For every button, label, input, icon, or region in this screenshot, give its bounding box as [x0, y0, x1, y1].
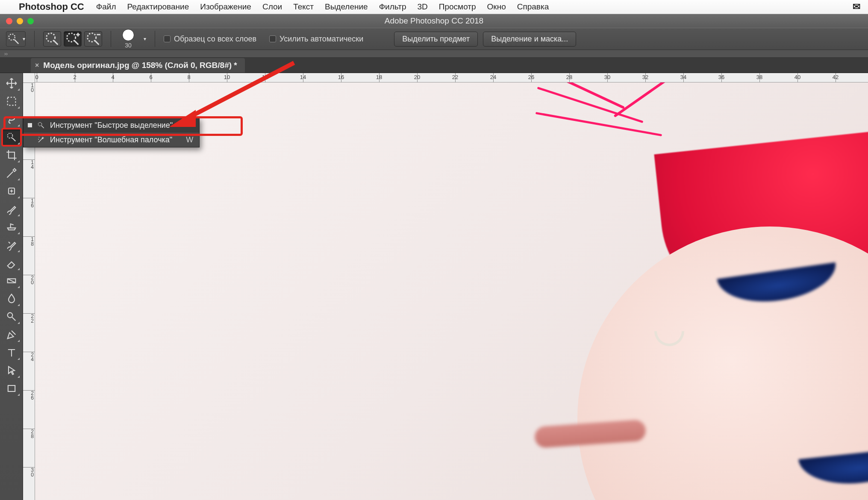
ruler-label: 2 [73, 74, 76, 80]
lasso-tool[interactable] [2, 111, 21, 128]
menu-help[interactable]: Справка [517, 2, 549, 12]
document-tab[interactable]: × Модель оригинал.jpg @ 158% (Слой 0, RG… [31, 58, 245, 73]
ruler-label: 4 [111, 74, 114, 80]
ruler-label: 12 [262, 74, 268, 80]
ruler-label: 38 [756, 74, 762, 80]
ruler-label: 20 [414, 74, 420, 80]
panel-collapse-toggle[interactable]: ›› [0, 50, 868, 58]
flyout-item-label: Инструмент "Быстрое выделение" [50, 121, 173, 130]
chevron-down-icon[interactable]: ▾ [144, 36, 146, 42]
macos-menubar: Photoshop CC Файл Редактирование Изображ… [0, 0, 868, 14]
ruler-label: 8 [187, 74, 190, 80]
ruler-label: 22 [31, 314, 34, 324]
menu-view[interactable]: Просмотр [439, 2, 476, 12]
ruler-label: 16 [338, 74, 344, 80]
ruler-label: 14 [300, 74, 306, 80]
healing-brush-tool[interactable] [2, 182, 21, 200]
flyout-item-magic-wand[interactable]: Инструмент "Волшебная палочка" W [24, 132, 199, 147]
menu-select[interactable]: Выделение [325, 2, 368, 12]
svg-rect-9 [8, 385, 15, 391]
menu-3d[interactable]: 3D [417, 2, 427, 12]
chevron-down-icon: ▾ [23, 36, 25, 42]
brush-preset-picker[interactable]: 30 [122, 29, 134, 49]
tool-flyout-menu: Инструмент "Быстрое выделение" Инструмен… [23, 118, 200, 147]
ruler-label: 30 [604, 74, 610, 80]
sample-all-layers-label: Образец со всех слоев [174, 35, 256, 44]
document-tab-bar: × Модель оригинал.jpg @ 158% (Слой 0, RG… [0, 58, 868, 73]
svg-point-5 [7, 133, 12, 138]
pen-tool[interactable] [2, 326, 21, 343]
ruler-label: 10 [31, 83, 34, 93]
menu-type[interactable]: Текст [293, 2, 314, 12]
window-titlebar: Adobe Photoshop CC 2018 [0, 14, 868, 28]
gradient-tool[interactable] [2, 272, 21, 289]
window-title: Adobe Photoshop CC 2018 [385, 16, 483, 26]
quick-selection-icon [36, 121, 46, 129]
history-brush-tool[interactable] [2, 236, 21, 253]
move-tool[interactable] [2, 75, 21, 92]
sample-all-layers-checkbox[interactable]: Образец со всех слоев [164, 35, 256, 44]
ruler-label: 24 [31, 353, 34, 362]
ruler-label: 28 [31, 429, 34, 439]
svg-point-10 [38, 122, 41, 126]
subtract-from-selection-button[interactable] [84, 31, 102, 47]
ruler-label: 0 [35, 74, 38, 80]
ruler-label: 32 [642, 74, 648, 80]
add-to-selection-button[interactable] [64, 31, 82, 47]
quick-selection-tool[interactable] [2, 129, 21, 146]
select-subject-button[interactable]: Выделить предмет [394, 32, 478, 47]
brush-tool[interactable] [2, 200, 21, 218]
horizontal-ruler[interactable]: 024681012141618202224262830323436384042 [35, 73, 868, 82]
auto-enhance-checkbox[interactable]: Усилить автоматически [269, 35, 363, 44]
window-close-button[interactable] [6, 18, 12, 24]
ruler-label: 40 [794, 74, 800, 80]
marquee-tool[interactable] [2, 93, 21, 110]
ruler-label: 18 [376, 74, 382, 80]
ruler-label: 14 [31, 160, 34, 170]
magic-wand-icon [36, 135, 46, 144]
dodge-tool[interactable] [2, 308, 21, 325]
ruler-label: 24 [490, 74, 496, 80]
select-and-mask-button[interactable]: Выделение и маска... [483, 32, 576, 47]
creative-cloud-icon[interactable]: ✉ [853, 1, 860, 12]
menu-layers[interactable]: Слои [262, 2, 282, 12]
svg-point-8 [7, 313, 12, 318]
eyedropper-tool[interactable] [2, 165, 21, 182]
tools-panel [0, 73, 23, 500]
ruler-label: 18 [31, 237, 34, 247]
menu-file[interactable]: Файл [96, 2, 116, 12]
path-selection-tool[interactable] [2, 362, 21, 379]
close-tab-icon[interactable]: × [35, 62, 39, 69]
ruler-label: 22 [452, 74, 458, 80]
menu-filter[interactable]: Фильтр [379, 2, 406, 12]
current-tool-preset[interactable]: ▾ [6, 31, 26, 47]
ruler-label: 26 [31, 391, 34, 400]
crop-tool[interactable] [2, 147, 21, 164]
window-zoom-button[interactable] [27, 18, 34, 24]
brush-size-value: 30 [125, 42, 132, 49]
ruler-label: 26 [528, 74, 534, 80]
ruler-label: 10 [224, 74, 230, 80]
selection-mode-group [43, 31, 102, 47]
flyout-item-quick-selection[interactable]: Инструмент "Быстрое выделение" [24, 118, 199, 132]
auto-enhance-label: Усилить автоматически [280, 35, 363, 44]
type-tool[interactable] [2, 344, 21, 361]
ruler-label: 6 [149, 74, 152, 80]
clone-stamp-tool[interactable] [2, 218, 21, 235]
blur-tool[interactable] [2, 290, 21, 307]
ruler-label: 42 [833, 74, 839, 80]
new-selection-button[interactable] [43, 31, 61, 47]
app-name[interactable]: Photoshop CC [19, 1, 84, 12]
svg-point-0 [9, 34, 15, 40]
rectangle-shape-tool[interactable] [2, 380, 21, 397]
window-minimize-button[interactable] [17, 18, 23, 24]
checkbox-icon [164, 35, 171, 42]
menu-edit[interactable]: Редактирование [127, 2, 189, 12]
window-controls [6, 18, 34, 24]
menu-image[interactable]: Изображение [200, 2, 251, 12]
flyout-item-label: Инструмент "Волшебная палочка" [50, 135, 172, 144]
checkbox-icon [269, 35, 276, 42]
eraser-tool[interactable] [2, 254, 21, 271]
menu-window[interactable]: Окно [487, 2, 506, 12]
svg-rect-4 [7, 97, 15, 106]
